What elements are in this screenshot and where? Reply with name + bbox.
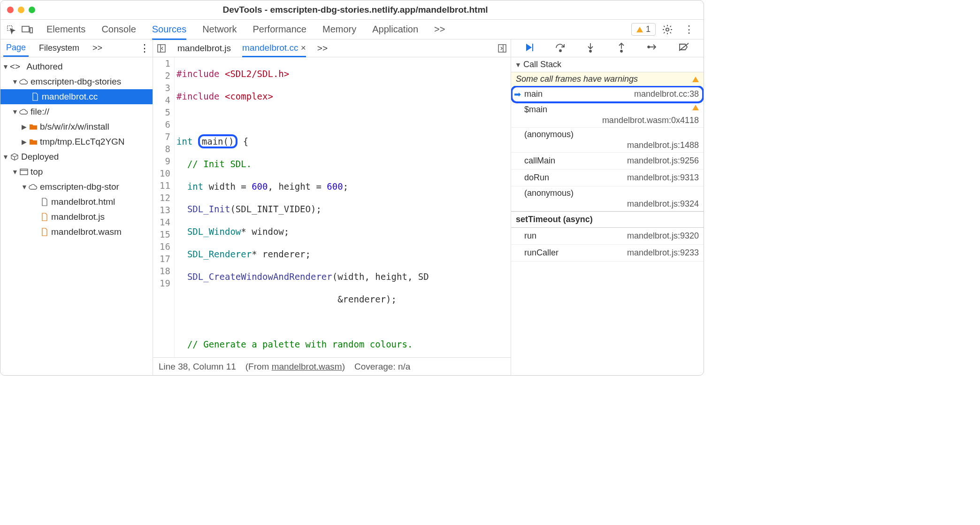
- tab-elements[interactable]: Elements: [46, 20, 85, 39]
- tree-domain-file[interactable]: ▼file://: [0, 104, 153, 119]
- deactivate-breakpoints-icon[interactable]: [678, 42, 690, 54]
- svg-point-13: [620, 50, 622, 52]
- frame-icon: [19, 167, 29, 177]
- source-from: (From mandelbrot.wasm): [245, 362, 345, 372]
- device-toggle-icon[interactable]: [21, 23, 33, 36]
- step-over-icon[interactable]: [555, 42, 567, 54]
- tab-sources[interactable]: Sources: [152, 20, 186, 40]
- file-icon: [40, 197, 49, 207]
- step-into-icon[interactable]: [586, 42, 598, 54]
- debugger-panel: ▼Call Stack Some call frames have warnin…: [511, 39, 704, 375]
- warning-icon: [692, 77, 699, 82]
- file-icon: [31, 92, 40, 101]
- panel-tabs: Elements Console Sources Network Perform…: [46, 20, 445, 39]
- code-body[interactable]: #include <SDL2/SDL.h> #include <complex>…: [175, 57, 511, 357]
- navigator-sidebar: Page Filesystem >> ⋮ ▼<> Authored ▼emscr…: [0, 39, 153, 375]
- maximize-window-button[interactable]: [29, 7, 35, 13]
- svg-rect-2: [30, 28, 32, 33]
- current-frame-arrow-icon: ➡: [514, 89, 521, 100]
- settings-gear-icon[interactable]: [661, 23, 674, 36]
- svg-point-14: [648, 46, 650, 48]
- tab-memory[interactable]: Memory: [322, 20, 356, 39]
- stack-frame-dollar-main[interactable]: $main mandelbrot.wasm:0x4118: [511, 103, 704, 128]
- stack-frame-anon-1[interactable]: (anonymous)mandelbrot.js:1488: [511, 128, 704, 153]
- tree-folder-2[interactable]: ▶tmp/tmp.ELcTq2YGN: [0, 134, 153, 149]
- file-icon: [40, 227, 49, 237]
- tab-performance[interactable]: Performance: [253, 20, 307, 39]
- window-titlebar: DevTools - emscripten-dbg-stories.netlif…: [0, 0, 704, 19]
- resume-icon[interactable]: [524, 42, 536, 54]
- cloud-icon: [19, 107, 29, 116]
- svg-point-11: [559, 50, 561, 52]
- debugger-controls: [511, 39, 704, 57]
- stack-frame-main[interactable]: ➡ mainmandelbrot.cc:38: [511, 86, 704, 103]
- navigator-tab-filesystem[interactable]: Filesystem: [36, 40, 82, 56]
- tab-application[interactable]: Application: [372, 20, 418, 39]
- toggle-navigator-icon[interactable]: [157, 44, 166, 53]
- navigator-tabs-overflow[interactable]: >>: [90, 40, 105, 56]
- svg-rect-4: [20, 169, 28, 175]
- callstack-warning: Some call frames have warnings: [511, 72, 704, 86]
- cloud-icon: [29, 182, 38, 192]
- tab-network[interactable]: Network: [202, 20, 237, 39]
- minimize-window-button[interactable]: [18, 7, 24, 13]
- tabs-overflow[interactable]: >>: [434, 20, 445, 39]
- file-tab-cc[interactable]: mandelbrot.cc ×: [242, 40, 306, 57]
- svg-point-3: [666, 28, 669, 31]
- stack-frame-run[interactable]: runmandelbrot.js:9320: [511, 228, 704, 245]
- close-window-button[interactable]: [7, 7, 14, 13]
- tree-file-wasm[interactable]: mandelbrot.wasm: [0, 224, 153, 239]
- file-icon: [40, 212, 49, 222]
- tree-domain-1[interactable]: ▼emscripten-dbg-stories: [0, 74, 153, 89]
- box-icon: [10, 152, 19, 162]
- navigator-tab-page[interactable]: Page: [3, 40, 29, 57]
- warning-icon: [692, 105, 699, 110]
- svg-rect-1: [22, 26, 29, 32]
- stack-frame-anon-2[interactable]: (anonymous)mandelbrot.js:9324: [511, 186, 704, 211]
- file-tabs: mandelbrot.js mandelbrot.cc × >>: [153, 39, 511, 57]
- devtools-main-toolbar: Elements Console Sources Network Perform…: [0, 19, 704, 39]
- coverage-info: Coverage: n/a: [354, 362, 410, 372]
- svg-point-12: [590, 50, 591, 52]
- async-header: setTimeout (async): [511, 211, 704, 228]
- highlight-main: main(): [198, 134, 238, 148]
- stack-frame-runcaller[interactable]: runCallermandelbrot.js:9233: [511, 245, 704, 262]
- file-tabs-overflow[interactable]: >>: [317, 40, 328, 56]
- tree-file-html[interactable]: mandelbrot.html: [0, 194, 153, 209]
- tab-console[interactable]: Console: [101, 20, 136, 39]
- step-out-icon[interactable]: [617, 42, 629, 54]
- tree-deployed[interactable]: ▼Deployed: [0, 149, 153, 164]
- svg-rect-10: [532, 44, 533, 51]
- tree-top[interactable]: ▼top: [0, 164, 153, 179]
- tree-folder-1[interactable]: ▶b/s/w/ir/x/w/install: [0, 119, 153, 134]
- file-tree: ▼<> Authored ▼emscripten-dbg-stories man…: [0, 57, 153, 375]
- tree-authored[interactable]: ▼<> Authored: [0, 59, 153, 74]
- close-tab-icon[interactable]: ×: [301, 43, 306, 53]
- navigator-tabs: Page Filesystem >> ⋮: [0, 39, 153, 57]
- folder-icon: [29, 137, 38, 147]
- cursor-position: Line 38, Column 11: [159, 362, 236, 372]
- step-icon[interactable]: [647, 42, 659, 54]
- navigator-more-icon[interactable]: ⋮: [139, 42, 150, 54]
- window-title: DevTools - emscripten-dbg-stories.netlif…: [7, 5, 704, 15]
- traffic-lights: [7, 7, 35, 13]
- inspect-icon[interactable]: [5, 23, 17, 36]
- more-menu-icon[interactable]: ⋮: [683, 23, 695, 36]
- code-editor[interactable]: 12345678910111213141516171819 #include <…: [153, 57, 511, 357]
- stack-frame-callmain[interactable]: callMainmandelbrot.js:9256: [511, 153, 704, 170]
- tree-domain-2[interactable]: ▼emscripten-dbg-stor: [0, 179, 153, 194]
- warning-count-badge[interactable]: 1: [631, 23, 656, 36]
- cloud-icon: [19, 77, 29, 86]
- callstack-list: ➡ mainmandelbrot.cc:38 $main mandelbrot.…: [511, 86, 704, 262]
- warning-count: 1: [646, 24, 651, 34]
- callstack-header[interactable]: ▼Call Stack: [511, 57, 704, 72]
- stack-frame-dorun[interactable]: doRunmandelbrot.js:9313: [511, 170, 704, 186]
- editor-panel: mandelbrot.js mandelbrot.cc × >> 1234567…: [153, 39, 511, 375]
- toggle-debugger-icon[interactable]: [498, 44, 507, 53]
- warning-icon: [636, 27, 643, 32]
- tree-file-mandelbrot-cc[interactable]: mandelbrot.cc: [0, 89, 153, 104]
- folder-icon: [29, 122, 38, 131]
- editor-statusbar: Line 38, Column 11 (From mandelbrot.wasm…: [153, 357, 511, 375]
- file-tab-js[interactable]: mandelbrot.js: [177, 40, 231, 56]
- tree-file-js[interactable]: mandelbrot.js: [0, 209, 153, 224]
